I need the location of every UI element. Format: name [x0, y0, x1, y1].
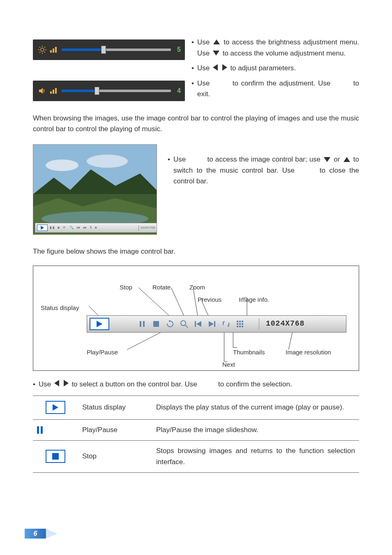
- level-bars-icon: [50, 47, 57, 53]
- svg-rect-37: [242, 321, 243, 322]
- label-zoom: Zoom: [189, 282, 205, 292]
- label-image-info: Image info.: [239, 295, 269, 304]
- image-info-icon: [236, 320, 244, 328]
- right-arrow-icon: [64, 379, 69, 390]
- svg-rect-38: [237, 323, 238, 325]
- svg-marker-9: [39, 88, 43, 94]
- pause-icon: [138, 320, 146, 328]
- bullet-adjust: • Use to adjust parameters.: [191, 63, 359, 74]
- brightness-track: [62, 49, 171, 51]
- image-control-bar-figure: Status display Play/Pause Stop Rotate Zo…: [33, 266, 359, 371]
- control-bars-paragraph: When browsing the images, use the image …: [33, 113, 359, 135]
- text: Use: [197, 38, 210, 46]
- volume-value: 4: [173, 86, 181, 96]
- text: to access the image control bar; use: [207, 155, 321, 163]
- bullet-select-button: • Use to select a button on the control …: [33, 379, 359, 390]
- svg-rect-40: [242, 323, 243, 325]
- svg-rect-21: [140, 321, 141, 327]
- slider-illustrations: 5 4: [33, 37, 181, 104]
- svg-rect-35: [237, 321, 238, 322]
- bullet-control-bar: • Use to access the image control bar; u…: [168, 154, 359, 187]
- table-desc: Stops browsing images and returns to the…: [152, 441, 359, 473]
- svg-marker-28: [196, 321, 201, 327]
- next-icon: [208, 320, 216, 328]
- svg-marker-31: [222, 321, 224, 323]
- label-play-pause: Play/Pause: [87, 347, 118, 357]
- text: or: [334, 155, 340, 163]
- svg-marker-30: [209, 321, 214, 327]
- svg-rect-41: [237, 326, 238, 327]
- brightness-volume-section: 5 4 • Use: [33, 37, 359, 104]
- svg-line-6: [44, 52, 45, 53]
- table-row: Status display Displays the play status …: [33, 396, 359, 419]
- zoom-icon: [180, 320, 188, 328]
- table-name: Status display: [78, 396, 152, 419]
- svg-rect-29: [214, 321, 215, 327]
- level-bars-icon: [50, 88, 57, 94]
- svg-rect-22: [143, 321, 145, 327]
- bullet-confirm: • Use to confirm the adjustment. Use to …: [191, 78, 359, 100]
- table-row: Play/Pause Play/Pause the image slidesho…: [33, 419, 359, 440]
- label-image-resolution: Image resolution: [286, 347, 331, 357]
- page-footer: 6: [25, 529, 58, 539]
- text: to confirm the selection.: [218, 380, 292, 388]
- svg-line-20: [171, 287, 185, 318]
- svg-rect-42: [239, 326, 241, 327]
- stop-icon: [152, 320, 160, 328]
- text: to adjust parameters.: [230, 64, 296, 72]
- control-icons: [138, 320, 244, 328]
- svg-point-11: [46, 160, 78, 171]
- text: to access the volume adjustment menu.: [223, 49, 346, 57]
- resolution-display: 1024X768: [259, 318, 304, 330]
- label-thumbnails: Thumbnails: [233, 347, 265, 357]
- table-name: Stop: [78, 441, 152, 473]
- label-stop: Stop: [120, 282, 132, 292]
- figure-caption: The figure below shows the image control…: [33, 246, 359, 257]
- svg-point-12: [87, 155, 128, 168]
- svg-rect-39: [239, 323, 241, 325]
- text: Use: [39, 380, 51, 388]
- big-control-bar: 1024X768: [87, 315, 346, 333]
- mini-control-bar: ▮▮ ■ ⟳ 🔍 ⏮ ⏭ ⇅ ⊞ 1024X768: [35, 223, 157, 233]
- down-arrow-icon: [213, 48, 219, 59]
- up-arrow-icon: [213, 37, 220, 48]
- speaker-icon: [37, 87, 48, 95]
- svg-line-8: [39, 52, 40, 53]
- svg-line-18: [127, 331, 163, 350]
- status-display-icon: [90, 318, 109, 330]
- svg-marker-24: [168, 320, 170, 322]
- right-arrow-icon: [222, 63, 227, 74]
- mini-icons: ▮▮ ■ ⟳ 🔍 ⏮ ⏭ ⇅ ⊞: [50, 225, 98, 230]
- svg-marker-33: [228, 325, 230, 327]
- table-name: Play/Pause: [78, 419, 152, 440]
- svg-line-5: [39, 47, 40, 48]
- page-number: 6: [25, 529, 46, 539]
- label-status-display: Status display: [41, 303, 79, 312]
- table-desc: Displays the play status of the current …: [152, 396, 359, 419]
- mini-resolution: 1024X768: [138, 225, 157, 230]
- svg-rect-43: [242, 326, 243, 327]
- label-previous: Previous: [198, 295, 221, 304]
- text: to select a button on the control bar. U…: [71, 380, 197, 388]
- brightness-icon: [37, 46, 48, 54]
- status-badge-icon: [37, 224, 48, 231]
- rotate-icon: [166, 320, 174, 328]
- stop-icon: [46, 450, 65, 463]
- ribbon-tail-icon: [45, 529, 58, 539]
- play-icon: [46, 401, 65, 414]
- left-arrow-icon: [213, 63, 218, 74]
- down-arrow-icon: [324, 155, 330, 165]
- svg-rect-27: [195, 321, 196, 327]
- svg-line-7: [44, 47, 45, 48]
- label-next: Next: [222, 360, 235, 369]
- svg-rect-36: [239, 321, 241, 322]
- viewer-row: ▮▮ ■ ⟳ 🔍 ⏮ ⏭ ⇅ ⊞ 1024X768 • Use to acces…: [33, 144, 359, 235]
- text: Use: [173, 155, 186, 163]
- text: to confirm the adjustment. Use: [233, 79, 331, 87]
- brightness-value: 5: [173, 45, 181, 55]
- table-row: Stop Stops browsing images and returns t…: [33, 441, 359, 473]
- page: 5 4 • Use: [0, 0, 392, 555]
- volume-track: [62, 90, 171, 92]
- svg-rect-23: [153, 321, 159, 327]
- text: Use: [197, 79, 210, 87]
